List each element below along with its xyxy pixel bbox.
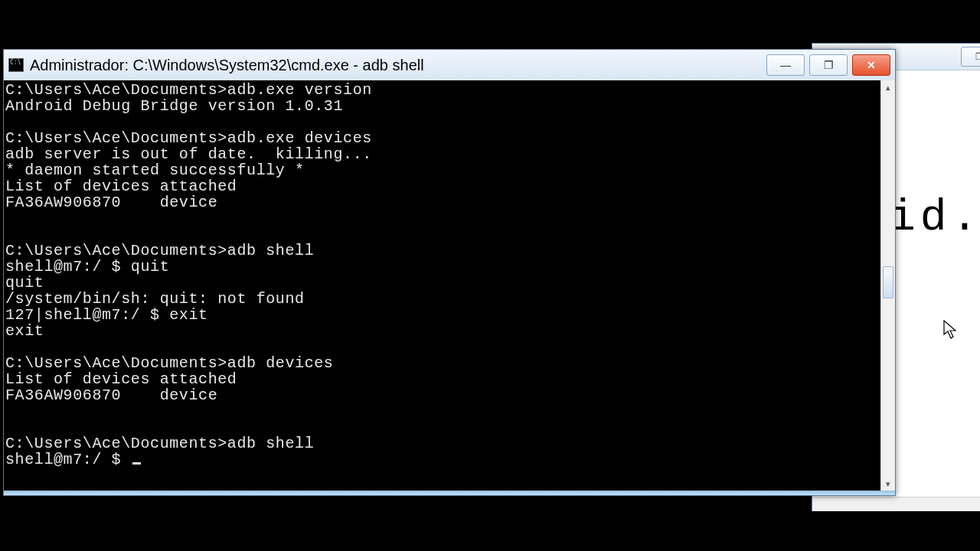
minimize-button[interactable]: — [766, 54, 805, 76]
terminal-cursor [132, 462, 141, 465]
maximize-icon: ❐ [824, 59, 834, 71]
maximize-icon: ❐ [975, 51, 981, 62]
bg-visible-text: id. [889, 193, 980, 243]
scroll-down-icon[interactable]: ▾ [881, 477, 895, 491]
cmd-vertical-scrollbar[interactable]: ▴ ▾ [880, 80, 895, 491]
minimize-icon: — [780, 59, 791, 71]
desktop: ❐ ✕ id. ▴ ▾ ▸ Administrador: C:\Windows\… [0, 0, 980, 551]
cmd-window-title: Administrador: C:\Windows\System32\cmd.e… [30, 57, 424, 74]
maximize-button[interactable]: ❐ [809, 54, 848, 76]
terminal-text: C:\Users\Ace\Documents>adb.exe version A… [5, 81, 372, 468]
cmd-app-icon [8, 58, 24, 72]
bg-maximize-button[interactable]: ❐ [961, 47, 980, 67]
scrollbar-thumb[interactable] [883, 266, 893, 298]
close-button[interactable]: ✕ [852, 54, 890, 76]
scrollbar-track[interactable] [881, 94, 895, 477]
terminal-output[interactable]: C:\Users\Ace\Documents>adb.exe version A… [4, 80, 880, 491]
window-bottom-border [4, 491, 895, 495]
cmd-window[interactable]: Administrador: C:\Windows\System32\cmd.e… [3, 49, 896, 496]
close-icon: ✕ [867, 59, 876, 71]
scroll-up-icon[interactable]: ▴ [881, 80, 895, 94]
bg-horizontal-scrollbar[interactable]: ▸ [812, 497, 980, 511]
cmd-titlebar[interactable]: Administrador: C:\Windows\System32\cmd.e… [4, 50, 895, 81]
